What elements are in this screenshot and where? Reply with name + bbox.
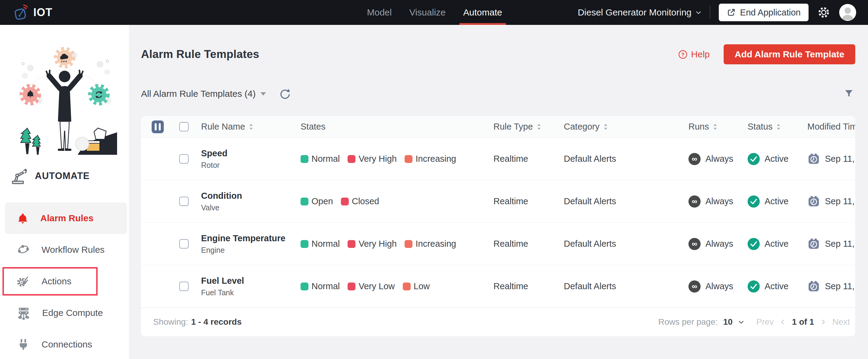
column-header-modified-time[interactable]: Modified Time [807,122,855,132]
app-logo[interactable]: IOT [0,4,53,21]
chevron-right-icon[interactable] [821,318,826,326]
runs-cell: ∞Always [688,238,748,250]
status-value: Active [765,239,788,249]
refresh-button[interactable] [278,87,291,100]
rows-per-page-select[interactable]: Rows per page: 10 [658,317,744,327]
state-label: Normal [311,281,340,291]
svg-text:?: ? [681,52,684,57]
states-cell: NormalVery HighIncreasing [301,154,493,164]
prev-button[interactable]: Prev [756,317,774,327]
tab-automate-label: Automate [463,7,502,18]
row-checkbox[interactable] [179,281,189,291]
filter-dropdown-label: All Alarm Rule Templates (4) [141,89,256,99]
status-value: Active [765,196,788,206]
add-alarm-rule-template-button[interactable]: Add Alarm Rule Template [724,44,855,64]
rule-name: Speed [201,148,301,158]
row-checkbox-cell [173,281,201,291]
states-cell: NormalVery LowLow [301,281,493,291]
sort-icon [713,123,718,130]
alarm-templates-filter-dropdown[interactable]: All Alarm Rule Templates (4) [141,89,266,99]
state-label: Closed [352,196,379,206]
column-settings-button[interactable] [151,120,165,134]
active-tab-underline [460,23,505,25]
state-chip: Normal [301,154,340,164]
status-cell: Active [748,280,807,293]
user-avatar[interactable] [839,4,857,21]
modified-time-cell: Sep 11, 202 [807,153,855,166]
category-cell: Default Alerts [564,154,688,164]
rule-type-cell: Realtime [493,196,564,206]
sidebar-section-automate: AUTOMATE [0,167,129,185]
clock-icon [807,238,820,250]
sidebar-item-connections[interactable]: Connections [5,329,127,359]
state-chip: Very High [347,239,397,249]
sidebar-menu: Alarm Rules Workflow Rules [0,202,129,359]
sidebar-item-workflow-rules[interactable]: Workflow Rules [5,234,127,266]
state-swatch [405,155,412,163]
state-chip: Closed [341,196,379,206]
sidebar: AUTOMATE Alarm Rules Workflow Rules [0,25,129,359]
column-label: Modified Time [807,122,855,132]
state-chip: Open [301,196,333,206]
column-label: Runs [688,122,709,132]
column-header-category[interactable]: Category [564,122,688,132]
status-cell: Active [748,238,807,250]
state-label: Normal [311,154,340,164]
infinity-icon: ∞ [688,153,701,165]
column-header-runs[interactable]: Runs [688,122,748,132]
table-row[interactable]: ConditionValveOpenClosedRealtimeDefault … [141,180,855,223]
end-application-button[interactable]: End Application [719,4,809,21]
row-checkbox[interactable] [179,239,189,248]
column-header-rule-name[interactable]: Rule Name [201,122,301,132]
iot-logo-icon [13,4,29,21]
help-link[interactable]: ? Help [678,49,710,59]
rule-name: Fuel Level [201,276,301,286]
state-label: Normal [311,239,340,249]
chevron-down-icon [738,320,744,324]
external-link-icon [727,8,736,17]
state-swatch [301,240,308,248]
state-label: Very High [359,154,397,164]
modified-time-value: Sep 11, 202 [825,239,855,249]
rule-type-cell: Realtime [493,239,564,249]
sort-icon [249,123,253,130]
select-all-checkbox[interactable] [179,122,189,131]
table-row[interactable]: Engine TemperatureEngineNormalVery HighI… [141,223,855,265]
table-header-row: Rule Name States Rule Type Category [141,116,855,138]
settings-gear-icon[interactable] [817,6,830,19]
tab-visualize-label: Visualize [409,7,446,18]
main-nav: Model Visualize Automate [367,0,502,25]
sidebar-item-alarm-rules[interactable]: Alarm Rules [5,202,127,234]
tab-automate[interactable]: Automate [463,0,502,25]
row-checkbox[interactable] [179,197,189,206]
filter-button[interactable] [842,87,855,100]
sidebar-item-actions[interactable]: Actions [5,266,127,297]
chevron-left-icon[interactable] [780,318,785,326]
rule-asset: Valve [201,203,301,212]
modified-time-cell: Sep 11, 202 [807,280,855,293]
column-header-status[interactable]: Status [748,122,807,132]
modified-time-value: Sep 11, 202 [825,281,855,291]
row-checkbox[interactable] [179,154,189,163]
modified-time-cell: Sep 11, 202 [807,195,855,208]
state-chip: Increasing [405,239,456,249]
column-header-rule-type[interactable]: Rule Type [493,122,564,132]
tab-visualize[interactable]: Visualize [409,0,446,25]
table-row[interactable]: Fuel LevelFuel TankNormalVery LowLowReal… [141,265,855,308]
row-checkbox-cell [173,197,201,206]
column-label: Rule Name [201,122,245,132]
table-row[interactable]: SpeedRotorNormalVery HighIncreasingRealt… [141,138,855,180]
active-check-icon [748,238,760,250]
next-button[interactable]: Next [832,317,850,327]
column-label: Rule Type [493,122,533,132]
column-label: Category [564,122,599,132]
status-cell: Active [748,196,807,208]
main-content: Alarm Rule Templates ? Help Add Alarm Ru… [129,25,868,359]
tab-model[interactable]: Model [367,0,392,25]
application-selector[interactable]: Diesel Generator Monitoring [578,7,701,18]
status-value: Active [765,281,788,291]
sidebar-item-edge-compute[interactable]: Edge Compute [5,297,127,329]
state-label: Open [311,196,333,206]
automation-illustration [11,34,118,155]
rows-per-page-value: 10 [723,317,733,327]
